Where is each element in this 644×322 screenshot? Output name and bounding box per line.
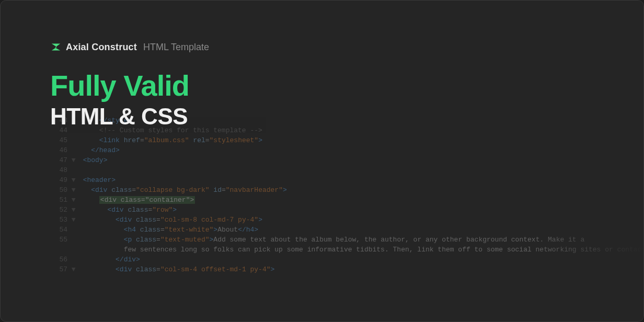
brand-name: Axial Construct: [66, 42, 137, 53]
brand-suffix: HTML Template: [143, 42, 209, 53]
headline-line2: HTML & CSS: [50, 104, 189, 130]
brand-row: Axial Construct HTML Template: [50, 41, 209, 53]
code-backdrop: 43 </style> 44 <!-- Custom styles for th…: [48, 116, 643, 274]
logo-icon: [50, 41, 62, 53]
promo-card: 43 </style> 44 <!-- Custom styles for th…: [0, 0, 644, 322]
headline-line1: Fully Valid: [50, 68, 189, 102]
headline: Fully Valid HTML & CSS: [50, 68, 189, 130]
